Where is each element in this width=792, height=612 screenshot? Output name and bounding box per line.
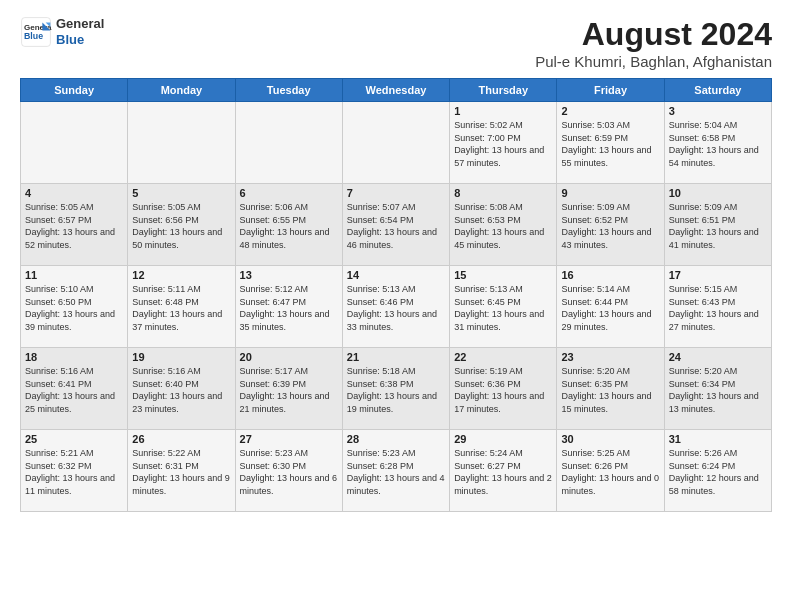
day-content: Sunrise: 5:07 AM Sunset: 6:54 PM Dayligh… [347, 201, 445, 251]
day-number: 8 [454, 187, 552, 199]
day-header-wednesday: Wednesday [342, 79, 449, 102]
day-content: Sunrise: 5:03 AM Sunset: 6:59 PM Dayligh… [561, 119, 659, 169]
day-content: Sunrise: 5:10 AM Sunset: 6:50 PM Dayligh… [25, 283, 123, 333]
day-number: 31 [669, 433, 767, 445]
day-number: 4 [25, 187, 123, 199]
day-cell: 10Sunrise: 5:09 AM Sunset: 6:51 PM Dayli… [664, 184, 771, 266]
main-title: August 2024 [535, 16, 772, 53]
day-content: Sunrise: 5:21 AM Sunset: 6:32 PM Dayligh… [25, 447, 123, 497]
day-cell: 23Sunrise: 5:20 AM Sunset: 6:35 PM Dayli… [557, 348, 664, 430]
day-content: Sunrise: 5:09 AM Sunset: 6:51 PM Dayligh… [669, 201, 767, 251]
day-number: 2 [561, 105, 659, 117]
day-number: 29 [454, 433, 552, 445]
day-cell: 28Sunrise: 5:23 AM Sunset: 6:28 PM Dayli… [342, 430, 449, 512]
day-cell [342, 102, 449, 184]
day-number: 15 [454, 269, 552, 281]
day-cell: 19Sunrise: 5:16 AM Sunset: 6:40 PM Dayli… [128, 348, 235, 430]
header-row: SundayMondayTuesdayWednesdayThursdayFrid… [21, 79, 772, 102]
day-cell: 12Sunrise: 5:11 AM Sunset: 6:48 PM Dayli… [128, 266, 235, 348]
day-number: 6 [240, 187, 338, 199]
day-number: 30 [561, 433, 659, 445]
day-cell: 6Sunrise: 5:06 AM Sunset: 6:55 PM Daylig… [235, 184, 342, 266]
day-content: Sunrise: 5:02 AM Sunset: 7:00 PM Dayligh… [454, 119, 552, 169]
day-cell: 20Sunrise: 5:17 AM Sunset: 6:39 PM Dayli… [235, 348, 342, 430]
day-number: 20 [240, 351, 338, 363]
day-number: 27 [240, 433, 338, 445]
svg-text:Blue: Blue [24, 31, 43, 41]
day-header-sunday: Sunday [21, 79, 128, 102]
day-header-friday: Friday [557, 79, 664, 102]
day-header-thursday: Thursday [450, 79, 557, 102]
week-row-2: 4Sunrise: 5:05 AM Sunset: 6:57 PM Daylig… [21, 184, 772, 266]
day-content: Sunrise: 5:11 AM Sunset: 6:48 PM Dayligh… [132, 283, 230, 333]
day-content: Sunrise: 5:04 AM Sunset: 6:58 PM Dayligh… [669, 119, 767, 169]
day-cell: 26Sunrise: 5:22 AM Sunset: 6:31 PM Dayli… [128, 430, 235, 512]
day-cell: 7Sunrise: 5:07 AM Sunset: 6:54 PM Daylig… [342, 184, 449, 266]
day-cell: 8Sunrise: 5:08 AM Sunset: 6:53 PM Daylig… [450, 184, 557, 266]
day-header-saturday: Saturday [664, 79, 771, 102]
week-row-3: 11Sunrise: 5:10 AM Sunset: 6:50 PM Dayli… [21, 266, 772, 348]
day-number: 5 [132, 187, 230, 199]
day-cell: 17Sunrise: 5:15 AM Sunset: 6:43 PM Dayli… [664, 266, 771, 348]
day-number: 12 [132, 269, 230, 281]
day-cell: 29Sunrise: 5:24 AM Sunset: 6:27 PM Dayli… [450, 430, 557, 512]
day-content: Sunrise: 5:18 AM Sunset: 6:38 PM Dayligh… [347, 365, 445, 415]
day-number: 13 [240, 269, 338, 281]
day-number: 10 [669, 187, 767, 199]
day-content: Sunrise: 5:05 AM Sunset: 6:57 PM Dayligh… [25, 201, 123, 251]
day-cell: 22Sunrise: 5:19 AM Sunset: 6:36 PM Dayli… [450, 348, 557, 430]
day-number: 26 [132, 433, 230, 445]
day-content: Sunrise: 5:19 AM Sunset: 6:36 PM Dayligh… [454, 365, 552, 415]
day-cell: 27Sunrise: 5:23 AM Sunset: 6:30 PM Dayli… [235, 430, 342, 512]
logo: General Blue General Blue [20, 16, 104, 48]
logo-text: General Blue [56, 16, 104, 47]
day-number: 25 [25, 433, 123, 445]
week-row-1: 1Sunrise: 5:02 AM Sunset: 7:00 PM Daylig… [21, 102, 772, 184]
day-cell [128, 102, 235, 184]
day-content: Sunrise: 5:13 AM Sunset: 6:45 PM Dayligh… [454, 283, 552, 333]
day-number: 7 [347, 187, 445, 199]
calendar-table: SundayMondayTuesdayWednesdayThursdayFrid… [20, 78, 772, 512]
day-number: 23 [561, 351, 659, 363]
day-cell: 9Sunrise: 5:09 AM Sunset: 6:52 PM Daylig… [557, 184, 664, 266]
day-content: Sunrise: 5:26 AM Sunset: 6:24 PM Dayligh… [669, 447, 767, 497]
day-number: 21 [347, 351, 445, 363]
day-number: 19 [132, 351, 230, 363]
week-row-4: 18Sunrise: 5:16 AM Sunset: 6:41 PM Dayli… [21, 348, 772, 430]
day-content: Sunrise: 5:23 AM Sunset: 6:28 PM Dayligh… [347, 447, 445, 497]
day-number: 28 [347, 433, 445, 445]
day-content: Sunrise: 5:17 AM Sunset: 6:39 PM Dayligh… [240, 365, 338, 415]
day-content: Sunrise: 5:05 AM Sunset: 6:56 PM Dayligh… [132, 201, 230, 251]
day-number: 24 [669, 351, 767, 363]
week-row-5: 25Sunrise: 5:21 AM Sunset: 6:32 PM Dayli… [21, 430, 772, 512]
day-content: Sunrise: 5:13 AM Sunset: 6:46 PM Dayligh… [347, 283, 445, 333]
day-cell: 5Sunrise: 5:05 AM Sunset: 6:56 PM Daylig… [128, 184, 235, 266]
day-number: 1 [454, 105, 552, 117]
day-cell: 11Sunrise: 5:10 AM Sunset: 6:50 PM Dayli… [21, 266, 128, 348]
day-cell: 3Sunrise: 5:04 AM Sunset: 6:58 PM Daylig… [664, 102, 771, 184]
day-cell: 24Sunrise: 5:20 AM Sunset: 6:34 PM Dayli… [664, 348, 771, 430]
logo-icon: General Blue [20, 16, 52, 48]
day-cell [21, 102, 128, 184]
day-number: 11 [25, 269, 123, 281]
day-cell: 4Sunrise: 5:05 AM Sunset: 6:57 PM Daylig… [21, 184, 128, 266]
day-content: Sunrise: 5:09 AM Sunset: 6:52 PM Dayligh… [561, 201, 659, 251]
day-content: Sunrise: 5:08 AM Sunset: 6:53 PM Dayligh… [454, 201, 552, 251]
day-number: 14 [347, 269, 445, 281]
day-number: 18 [25, 351, 123, 363]
day-content: Sunrise: 5:16 AM Sunset: 6:41 PM Dayligh… [25, 365, 123, 415]
day-cell: 31Sunrise: 5:26 AM Sunset: 6:24 PM Dayli… [664, 430, 771, 512]
day-content: Sunrise: 5:25 AM Sunset: 6:26 PM Dayligh… [561, 447, 659, 497]
day-header-monday: Monday [128, 79, 235, 102]
header: General Blue General Blue August 2024 Pu… [20, 16, 772, 70]
day-cell: 18Sunrise: 5:16 AM Sunset: 6:41 PM Dayli… [21, 348, 128, 430]
day-content: Sunrise: 5:23 AM Sunset: 6:30 PM Dayligh… [240, 447, 338, 497]
day-content: Sunrise: 5:20 AM Sunset: 6:34 PM Dayligh… [669, 365, 767, 415]
day-cell: 15Sunrise: 5:13 AM Sunset: 6:45 PM Dayli… [450, 266, 557, 348]
day-header-tuesday: Tuesday [235, 79, 342, 102]
day-content: Sunrise: 5:16 AM Sunset: 6:40 PM Dayligh… [132, 365, 230, 415]
day-cell: 2Sunrise: 5:03 AM Sunset: 6:59 PM Daylig… [557, 102, 664, 184]
day-content: Sunrise: 5:24 AM Sunset: 6:27 PM Dayligh… [454, 447, 552, 497]
page: General Blue General Blue August 2024 Pu… [0, 0, 792, 612]
day-cell: 21Sunrise: 5:18 AM Sunset: 6:38 PM Dayli… [342, 348, 449, 430]
